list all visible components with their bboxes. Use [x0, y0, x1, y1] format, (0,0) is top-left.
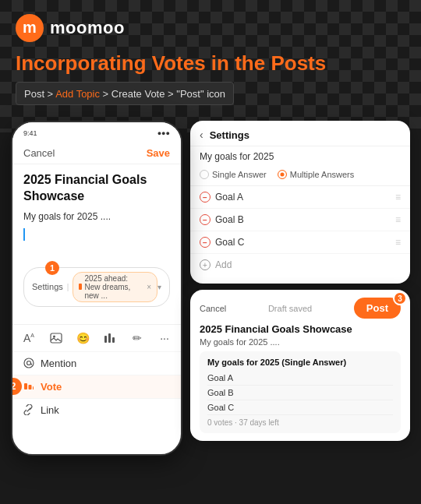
- image-icon[interactable]: [48, 330, 65, 347]
- settings-label[interactable]: Settings: [32, 282, 63, 291]
- link-label: Link: [41, 404, 59, 416]
- vote-footer: 0 votes · 37 days left: [207, 418, 393, 427]
- mention-icon: [23, 358, 34, 368]
- emoji-icon[interactable]: 😊: [75, 330, 92, 347]
- goal-a-label: Goal A: [215, 192, 243, 203]
- text-cursor: [23, 228, 25, 241]
- breadcrumb-text: Post > Add Topic > Create Vote > "Post" …: [24, 88, 225, 100]
- goal-row-c: − Goal C ≡: [190, 231, 410, 254]
- cancel-button[interactable]: Cancel: [23, 147, 55, 159]
- remove-goal-a-icon[interactable]: −: [200, 192, 210, 203]
- topic-flag-icon: [79, 284, 82, 290]
- badge-1: 1: [45, 261, 59, 275]
- remove-goal-c-icon[interactable]: −: [200, 237, 210, 248]
- topic-label: 2025 ahead: New dreams, new ...: [84, 274, 144, 300]
- post-panel-title: 2025 Financial Goals Showcase: [200, 323, 401, 335]
- vote-icon: [23, 381, 34, 392]
- phone-mockup: 9:41 ●●● Cancel Save 2025 Financial Goal…: [11, 121, 182, 456]
- goal-a-left: − Goal A: [200, 192, 243, 203]
- remove-goal-b-icon[interactable]: −: [200, 214, 210, 225]
- vote-option-a: Goal A: [207, 371, 393, 386]
- vote-label: Vote: [41, 381, 62, 393]
- multiple-answers-label: Multiple Answers: [290, 170, 355, 179]
- logo-text: moomoo: [50, 18, 125, 38]
- add-row[interactable]: + Add: [190, 254, 410, 276]
- post-cancel-button[interactable]: Cancel: [200, 304, 226, 313]
- mention-label: Mention: [41, 358, 76, 369]
- goal-row-a: − Goal A ≡: [190, 186, 410, 209]
- drag-c-icon[interactable]: ≡: [395, 237, 401, 248]
- status-bar: 9:41 ●●●: [12, 122, 181, 144]
- svg-rect-4: [104, 336, 107, 343]
- vote-option-c: Goal C: [207, 400, 393, 415]
- svg-point-8: [27, 361, 31, 365]
- svg-point-7: [24, 358, 34, 368]
- badge-3: 3: [393, 291, 407, 305]
- single-answer-radio[interactable]: [200, 170, 209, 179]
- main-title: Incorporating Votes in the Posts: [16, 51, 405, 76]
- phone-top-bar: Cancel Save: [12, 144, 181, 164]
- goal-c-label: Goal C: [215, 237, 244, 248]
- bottom-toolbar: AA 😊 ✏ ···: [12, 324, 181, 351]
- menu-item-vote[interactable]: 2 Vote: [12, 375, 181, 398]
- svg-rect-11: [33, 386, 34, 389]
- vote-box-title: My goals for 2025 (Single Answer): [207, 358, 393, 367]
- breadcrumb: Post > Add Topic > Create Vote > "Post" …: [16, 82, 234, 105]
- save-button[interactable]: Save: [147, 147, 170, 159]
- goal-c-left: − Goal C: [200, 237, 244, 248]
- goal-b-label: Goal B: [215, 214, 244, 225]
- menu-item-link[interactable]: Link: [12, 398, 181, 421]
- post-panel-top: Cancel Draft saved Post 3: [200, 298, 401, 319]
- vote-preview-box: My goals for 2025 (Single Answer) Goal A…: [200, 351, 401, 433]
- single-answer-label: Single Answer: [212, 170, 267, 179]
- vote-option-b: Goal B: [207, 386, 393, 400]
- svg-text:m: m: [23, 19, 37, 36]
- my-goals-label: My goals for 2025: [190, 146, 410, 167]
- topic-row[interactable]: Settings | 2025 ahead: New dreams, new .…: [23, 267, 170, 307]
- topic-left: Settings | 2025 ahead: New dreams, new .…: [32, 272, 157, 302]
- answer-type-row: Single Answer Multiple Answers: [190, 167, 410, 186]
- svg-rect-6: [112, 337, 115, 343]
- post-title: 2025 Financial Goals Showcase: [23, 172, 170, 205]
- link-icon: [23, 404, 34, 415]
- svg-rect-9: [24, 383, 27, 389]
- phone-body: 2025 Financial Goals Showcase My goals f…: [12, 164, 181, 321]
- add-goal-icon[interactable]: +: [200, 259, 210, 270]
- badge-2: 2: [11, 378, 22, 395]
- logo-row: m moomoo: [16, 14, 405, 42]
- menu-item-mention[interactable]: Mention: [12, 351, 181, 375]
- post-panel-content: My goals for 2025 ....: [200, 337, 401, 347]
- topic-tag[interactable]: 2025 ahead: New dreams, new ... ×: [73, 272, 157, 302]
- svg-point-3: [53, 335, 55, 337]
- settings-header: ‹ Settings: [190, 129, 410, 146]
- moomoo-logo-icon: m: [16, 14, 44, 42]
- font-icon[interactable]: AA: [20, 330, 37, 347]
- goal-row-b: − Goal B ≡: [190, 209, 410, 231]
- post-content: My goals for 2025 ....: [23, 211, 170, 222]
- svg-rect-10: [29, 385, 32, 389]
- multiple-answers-radio[interactable]: [278, 170, 287, 179]
- edit-icon[interactable]: ✏: [129, 330, 146, 347]
- multiple-answers-option[interactable]: Multiple Answers: [278, 170, 355, 179]
- settings-panel: ‹ Settings My goals for 2025 Single Answ…: [190, 121, 410, 284]
- draft-saved-status: Draft saved: [268, 304, 312, 313]
- svg-rect-5: [108, 333, 111, 343]
- back-arrow-icon[interactable]: ‹: [200, 129, 203, 141]
- drag-b-icon[interactable]: ≡: [395, 214, 401, 225]
- chevron-down-icon[interactable]: ▾: [157, 283, 161, 291]
- single-answer-option[interactable]: Single Answer: [200, 170, 267, 179]
- chart-icon[interactable]: [101, 330, 119, 347]
- right-panel: ‹ Settings My goals for 2025 Single Answ…: [190, 121, 410, 471]
- post-button[interactable]: Post 3: [354, 298, 401, 319]
- more-icon[interactable]: ···: [156, 330, 173, 347]
- post-panel: Cancel Draft saved Post 3 2025 Financial…: [190, 290, 410, 441]
- add-label: Add: [215, 259, 232, 270]
- goal-b-left: − Goal B: [200, 214, 244, 225]
- settings-panel-title: Settings: [210, 129, 249, 141]
- svg-rect-2: [51, 333, 62, 343]
- drag-a-icon[interactable]: ≡: [395, 192, 401, 203]
